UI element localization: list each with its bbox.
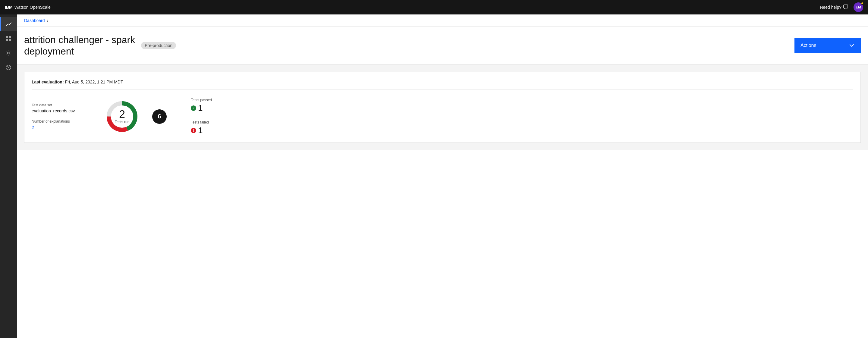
- breadcrumb: Dashboard /: [17, 14, 868, 27]
- last-evaluation-label: Last evaluation:: [32, 79, 64, 84]
- badge-circle-number: 6: [158, 113, 161, 120]
- num-explanations-group: Number of explanations 2: [32, 119, 86, 130]
- evaluation-body: Test data set evaluation_records.csv Num…: [32, 96, 853, 135]
- help-icon: [5, 64, 11, 70]
- tests-results: Tests passed ✓ 1 Tests failed ! 1: [191, 98, 212, 135]
- brand-product: Watson OpenScale: [14, 5, 51, 10]
- svg-rect-5: [9, 39, 11, 41]
- test-data-set-group: Test data set evaluation_records.csv: [32, 103, 86, 113]
- svg-rect-4: [6, 39, 8, 41]
- svg-rect-2: [6, 36, 8, 38]
- actions-label: Actions: [801, 43, 816, 48]
- evaluation-card: Last evaluation: Fri, Aug 5, 2022, 1:21 …: [24, 72, 861, 143]
- page-title-line1: attrition challenger - spark: [24, 34, 135, 45]
- last-evaluation: Last evaluation: Fri, Aug 5, 2022, 1:21 …: [32, 79, 853, 90]
- sidebar-item-settings[interactable]: [0, 46, 17, 60]
- tests-passed-label: Tests passed: [191, 98, 212, 102]
- num-explanations-label: Number of explanations: [32, 119, 86, 124]
- sidebar: [0, 14, 17, 338]
- chat-icon: [843, 4, 849, 10]
- page-title: attrition challenger - spark deployment: [24, 34, 135, 57]
- tests-failed-item: Tests failed ! 1: [191, 120, 212, 135]
- num-explanations-value[interactable]: 2: [32, 125, 34, 130]
- tests-failed-label: Tests failed: [191, 120, 212, 125]
- brand-ibm: IBM: [5, 5, 13, 10]
- failed-icon: !: [191, 128, 196, 133]
- donut-label: Tests run: [115, 120, 130, 124]
- breadcrumb-separator: /: [47, 18, 48, 23]
- page-header-left: attrition challenger - spark deployment …: [24, 34, 176, 57]
- environment-badge: Pre-production: [141, 42, 176, 49]
- svg-rect-3: [9, 36, 11, 38]
- grid-icon: [5, 36, 11, 41]
- eval-data-left: Test data set evaluation_records.csv Num…: [32, 103, 86, 130]
- sidebar-item-analytics[interactable]: [0, 17, 17, 31]
- need-help[interactable]: Need help?: [820, 4, 849, 10]
- analytics-icon: [6, 21, 12, 27]
- passed-icon: ✓: [191, 105, 196, 111]
- last-evaluation-datetime: Fri, Aug 5, 2022, 1:21 PM MDT: [65, 79, 123, 84]
- top-navigation: IBM Watson OpenScale Need help? EM: [0, 0, 868, 14]
- avatar-initials: EM: [856, 5, 861, 9]
- test-data-set-label: Test data set: [32, 103, 86, 107]
- tests-passed-item: Tests passed ✓ 1: [191, 98, 212, 113]
- top-nav-right: Need help? EM: [820, 2, 863, 12]
- breadcrumb-dashboard-link[interactable]: Dashboard: [24, 18, 45, 23]
- badge-circle: 6: [152, 109, 167, 124]
- chevron-down-icon: [849, 42, 855, 48]
- avatar[interactable]: EM: [854, 2, 863, 12]
- content-area: Last evaluation: Fri, Aug 5, 2022, 1:21 …: [17, 65, 868, 150]
- avatar-notification-dot: [861, 2, 864, 5]
- tests-passed-value: ✓ 1: [191, 103, 212, 113]
- tests-failed-count: 1: [198, 126, 203, 135]
- brand: IBM Watson OpenScale: [5, 5, 51, 10]
- donut-number: 2: [119, 109, 125, 120]
- tests-failed-value: ! 1: [191, 126, 212, 135]
- svg-point-8: [8, 69, 9, 69]
- actions-button[interactable]: Actions: [795, 38, 861, 53]
- sidebar-item-dashboard[interactable]: [0, 31, 17, 46]
- main-content: Dashboard / attrition challenger - spark…: [17, 14, 868, 338]
- need-help-label: Need help?: [820, 5, 841, 10]
- svg-point-1: [6, 25, 7, 26]
- sidebar-item-help[interactable]: [0, 60, 17, 75]
- page-header: attrition challenger - spark deployment …: [17, 27, 868, 65]
- donut-center: 2 Tests run: [115, 109, 130, 124]
- settings-icon: [5, 50, 11, 56]
- page-title-line2: deployment: [24, 46, 74, 57]
- donut-chart: 2 Tests run: [104, 99, 140, 135]
- test-data-set-value: evaluation_records.csv: [32, 108, 86, 113]
- svg-point-6: [7, 52, 9, 54]
- svg-rect-0: [844, 5, 848, 8]
- tests-passed-count: 1: [198, 103, 203, 113]
